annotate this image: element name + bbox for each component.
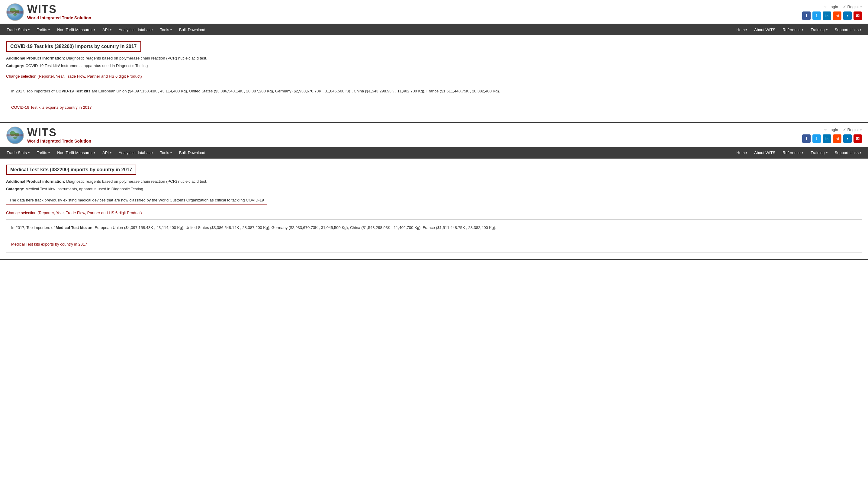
facebook-icon-2[interactable]: f bbox=[802, 134, 810, 143]
section1-exports-link[interactable]: COVID-19 Test kits exports by country in… bbox=[11, 104, 92, 111]
logo-area: WITS World Integrated Trade Solution bbox=[6, 3, 91, 21]
linkedin-icon-2[interactable]: in bbox=[823, 134, 831, 143]
nav-non-tariff[interactable]: Non-Tariff Measures ▾ bbox=[53, 24, 99, 35]
nav-tools-2[interactable]: Tools ▾ bbox=[156, 147, 175, 158]
header-1: WITS World Integrated Trade Solution ↩ L… bbox=[0, 0, 868, 24]
nav-reference-2[interactable]: Reference ▾ bbox=[779, 147, 807, 158]
section2-summary-box: In 2017, Top importers of Medical Test k… bbox=[6, 219, 862, 253]
section2-category-label: Category: bbox=[6, 187, 24, 191]
nav-api-2[interactable]: API ▾ bbox=[99, 147, 115, 158]
section2-exports-link[interactable]: Medical Test kits exports by country in … bbox=[11, 241, 87, 248]
section2-title: Medical Test kits (382200) imports by co… bbox=[6, 165, 136, 175]
svg-rect-6 bbox=[7, 13, 23, 14]
section2-product-info: Additional Product information: Diagnost… bbox=[6, 178, 862, 185]
section1-summary-box: In 2017, Top importers of COVID-19 Test … bbox=[6, 83, 862, 116]
nav-about-wits[interactable]: About WITS bbox=[751, 24, 779, 35]
social-icons-2: f 𝕥 in rd ▪ ✉ bbox=[802, 134, 862, 143]
register-link[interactable]: ✓ Register bbox=[843, 4, 862, 9]
nav-bulk-download-label[interactable]: Bulk Download bbox=[175, 24, 209, 35]
header-right-2: ↩ Login ✓ Register f 𝕥 in rd ▪ ✉ bbox=[802, 127, 862, 143]
nav-home[interactable]: Home bbox=[733, 24, 751, 35]
social-icons: f 𝕥 in rd ▪ ✉ bbox=[802, 11, 862, 20]
nav-trade-stats-2[interactable]: Trade Stats ▾ bbox=[3, 147, 33, 158]
navbar-1: Trade Stats ▾ Tariffs ▾ Non-Tariff Measu… bbox=[0, 24, 868, 35]
nav-trade-stats[interactable]: Trade Stats ▾ bbox=[3, 24, 33, 35]
delicious-icon[interactable]: ▪ bbox=[843, 11, 852, 20]
auth-links-2: ↩ Login ✓ Register bbox=[824, 127, 862, 132]
twitter-icon-2[interactable]: 𝕥 bbox=[813, 134, 821, 143]
section2-category: Category: Medical Test kits/ Instruments… bbox=[6, 186, 862, 192]
nav-home-2[interactable]: Home bbox=[733, 147, 751, 158]
section1-title: COVID-19 Test kits (382200) imports by c… bbox=[6, 41, 141, 52]
nav-left-2: Trade Stats ▾ Tariffs ▾ Non-Tariff Measu… bbox=[3, 147, 368, 158]
reddit-icon[interactable]: rd bbox=[833, 11, 841, 20]
reddit-icon-2[interactable]: rd bbox=[833, 134, 841, 143]
nav-analytical[interactable]: Analytical database bbox=[115, 24, 156, 35]
svg-rect-14 bbox=[7, 136, 23, 137]
nav-analytical-2[interactable]: Analytical database bbox=[115, 147, 156, 158]
site-title: WITS bbox=[27, 4, 91, 15]
content-section-1: COVID-19 Test kits (382200) imports by c… bbox=[0, 35, 868, 123]
nav-api[interactable]: API ▾ bbox=[99, 24, 115, 35]
section1-product-text: Diagnostic reagents based on polymerase … bbox=[66, 56, 207, 60]
nav-right-2: Home About WITS Reference ▾ Training ▾ S… bbox=[733, 147, 865, 158]
logo-text: WITS World Integrated Trade Solution bbox=[27, 4, 91, 20]
section2-summary-text: In 2017, Top importers of Medical Test k… bbox=[11, 224, 857, 231]
section1-summary-text: In 2017, Top importers of COVID-19 Test … bbox=[11, 88, 857, 94]
nav-non-tariff-2[interactable]: Non-Tariff Measures ▾ bbox=[53, 147, 99, 158]
facebook-icon[interactable]: f bbox=[802, 11, 810, 20]
login-link-2[interactable]: ↩ Login bbox=[824, 127, 838, 132]
register-link-2[interactable]: ✓ Register bbox=[843, 127, 862, 132]
nav-reference[interactable]: Reference ▾ bbox=[779, 24, 807, 35]
logo-globe-2 bbox=[6, 126, 24, 144]
navbar-2: Trade Stats ▾ Tariffs ▾ Non-Tariff Measu… bbox=[0, 147, 868, 158]
logo-area-2: WITS World Integrated Trade Solution bbox=[6, 126, 91, 144]
logo-globe bbox=[6, 3, 24, 21]
nav-bulk-download-2[interactable]: Bulk Download bbox=[175, 147, 209, 158]
nav-tariffs[interactable]: Tariffs ▾ bbox=[33, 24, 53, 35]
section1-category-label: Category: bbox=[6, 63, 24, 68]
section2-product-text: Diagnostic reagents based on polymerase … bbox=[66, 179, 207, 184]
nav-training[interactable]: Training ▾ bbox=[807, 24, 831, 35]
section1-product-info: Additional Product information: Diagnost… bbox=[6, 55, 862, 62]
section1-product-label: Additional Product information: bbox=[6, 56, 65, 60]
site-subtitle-2: World Integrated Trade Solution bbox=[27, 139, 91, 143]
twitter-icon[interactable]: 𝕥 bbox=[813, 11, 821, 20]
section2-change-selection[interactable]: Change selection (Reporter, Year, Trade … bbox=[6, 211, 142, 215]
section2-category-value: Medical Test kits/ Instruments, apparatu… bbox=[25, 187, 143, 191]
email-icon-2[interactable]: ✉ bbox=[854, 134, 862, 143]
nav-left-1: Trade Stats ▾ Tariffs ▾ Non-Tariff Measu… bbox=[3, 24, 368, 35]
nav-support-links-2[interactable]: Support Links ▾ bbox=[831, 147, 865, 158]
covid-alert-box: The data here track previously existing … bbox=[6, 196, 267, 204]
nav-training-2[interactable]: Training ▾ bbox=[807, 147, 831, 158]
section1-category: Category: COVID-19 Test kits/ Instrument… bbox=[6, 63, 862, 69]
svg-rect-13 bbox=[7, 134, 23, 136]
nav-support-links[interactable]: Support Links ▾ bbox=[831, 24, 865, 35]
nav-right-1: Home About WITS Reference ▾ Training ▾ S… bbox=[733, 24, 865, 35]
section1-change-selection[interactable]: Change selection (Reporter, Year, Trade … bbox=[6, 74, 142, 79]
covid-alert-text: The data here track previously existing … bbox=[9, 198, 264, 202]
section2-product-label: Additional Product information: bbox=[6, 179, 65, 184]
site-subtitle: World Integrated Trade Solution bbox=[27, 16, 91, 20]
svg-rect-5 bbox=[7, 11, 23, 13]
nav-about-wits-2[interactable]: About WITS bbox=[751, 147, 779, 158]
linkedin-icon[interactable]: in bbox=[823, 11, 831, 20]
login-link[interactable]: ↩ Login bbox=[824, 4, 838, 9]
header-right: ↩ Login ✓ Register f 𝕥 in rd ▪ ✉ bbox=[802, 4, 862, 20]
site-title-2: WITS bbox=[27, 127, 91, 138]
delicious-icon-2[interactable]: ▪ bbox=[843, 134, 852, 143]
nav-tools[interactable]: Tools ▾ bbox=[156, 24, 175, 35]
auth-links: ↩ Login ✓ Register bbox=[824, 4, 862, 9]
nav-tariffs-2[interactable]: Tariffs ▾ bbox=[33, 147, 53, 158]
email-icon[interactable]: ✉ bbox=[854, 11, 862, 20]
logo-text-2: WITS World Integrated Trade Solution bbox=[27, 127, 91, 143]
section1-category-value: COVID-19 Test kits/ Instruments, apparat… bbox=[25, 63, 148, 68]
content-section-2: Medical Test kits (382200) imports by co… bbox=[0, 158, 868, 260]
header-2: WITS World Integrated Trade Solution ↩ L… bbox=[0, 123, 868, 147]
